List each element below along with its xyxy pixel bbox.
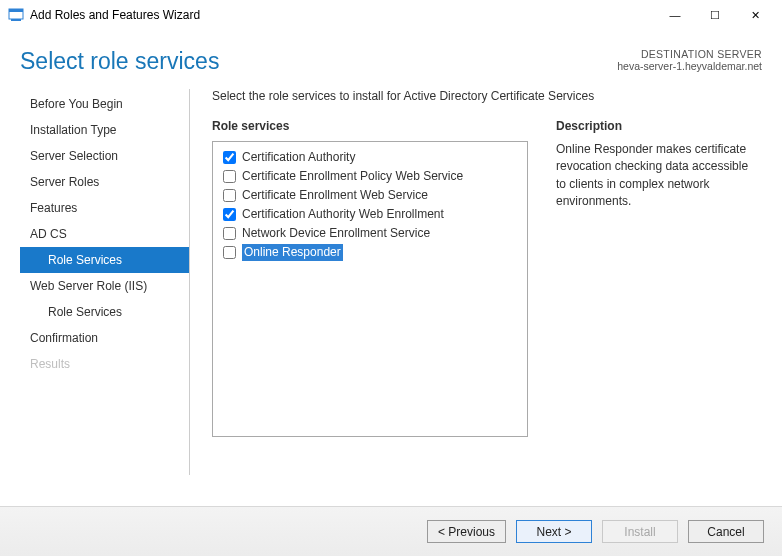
service-certification-authority[interactable]: Certification Authority	[217, 148, 523, 167]
page-title: Select role services	[20, 48, 219, 75]
description-column: Description Online Responder makes certi…	[556, 119, 762, 437]
service-network-device-enroll[interactable]: Network Device Enrollment Service	[217, 224, 523, 243]
body-row: Before You Begin Installation Type Serve…	[0, 75, 782, 475]
wizard-steps-sidebar: Before You Begin Installation Type Serve…	[20, 89, 190, 475]
install-button: Install	[602, 520, 678, 543]
service-checkbox[interactable]	[223, 227, 236, 240]
main-area: Select the role services to install for …	[190, 89, 762, 475]
service-checkbox[interactable]	[223, 208, 236, 221]
destination-label: DESTINATION SERVER	[617, 48, 762, 60]
service-cert-enroll-web[interactable]: Certificate Enrollment Web Service	[217, 186, 523, 205]
page-header: Select role services DESTINATION SERVER …	[0, 30, 782, 75]
svg-rect-1	[11, 19, 21, 21]
sidebar-item-before-you-begin[interactable]: Before You Begin	[20, 91, 189, 117]
description-text: Online Responder makes certificate revoc…	[556, 141, 754, 211]
app-icon	[8, 7, 24, 23]
service-label: Network Device Enrollment Service	[242, 225, 430, 242]
service-checkbox[interactable]	[223, 151, 236, 164]
window-controls: — ☐ ✕	[664, 9, 778, 22]
role-services-header: Role services	[212, 119, 528, 133]
window-title: Add Roles and Features Wizard	[30, 8, 200, 22]
maximize-button[interactable]: ☐	[704, 9, 726, 22]
sidebar-item-web-server-role[interactable]: Web Server Role (IIS)	[20, 273, 189, 299]
instruction-text: Select the role services to install for …	[212, 89, 762, 103]
sidebar-item-server-roles[interactable]: Server Roles	[20, 169, 189, 195]
wizard-body: Select role services DESTINATION SERVER …	[0, 30, 782, 475]
minimize-button[interactable]: —	[664, 9, 686, 22]
sidebar-item-results: Results	[20, 351, 189, 377]
service-label: Certificate Enrollment Policy Web Servic…	[242, 168, 463, 185]
destination-block: DESTINATION SERVER heva-server-1.heyvald…	[617, 48, 762, 72]
sidebar-item-ad-cs[interactable]: AD CS	[20, 221, 189, 247]
service-label: Online Responder	[242, 244, 343, 261]
destination-host: heva-server-1.heyvaldemar.net	[617, 60, 762, 72]
service-online-responder[interactable]: Online Responder	[217, 243, 523, 262]
columns: Role services Certification Authority Ce…	[212, 119, 762, 437]
service-label: Certificate Enrollment Web Service	[242, 187, 428, 204]
service-checkbox[interactable]	[223, 246, 236, 259]
service-ca-web-enrollment[interactable]: Certification Authority Web Enrollment	[217, 205, 523, 224]
service-checkbox[interactable]	[223, 189, 236, 202]
description-header: Description	[556, 119, 754, 133]
sidebar-item-installation-type[interactable]: Installation Type	[20, 117, 189, 143]
service-cert-enroll-policy-web[interactable]: Certificate Enrollment Policy Web Servic…	[217, 167, 523, 186]
sidebar-item-role-services-iis[interactable]: Role Services	[20, 299, 189, 325]
previous-button[interactable]: < Previous	[427, 520, 506, 543]
role-services-listbox[interactable]: Certification Authority Certificate Enro…	[212, 141, 528, 437]
role-services-column: Role services Certification Authority Ce…	[212, 119, 528, 437]
cancel-button[interactable]: Cancel	[688, 520, 764, 543]
sidebar-item-features[interactable]: Features	[20, 195, 189, 221]
close-button[interactable]: ✕	[744, 9, 766, 22]
sidebar-item-role-services-adcs[interactable]: Role Services	[20, 247, 189, 273]
service-checkbox[interactable]	[223, 170, 236, 183]
service-label: Certification Authority	[242, 149, 355, 166]
service-label: Certification Authority Web Enrollment	[242, 206, 444, 223]
button-bar: < Previous Next > Install Cancel	[0, 506, 782, 556]
title-bar: Add Roles and Features Wizard — ☐ ✕	[0, 0, 782, 30]
sidebar-item-server-selection[interactable]: Server Selection	[20, 143, 189, 169]
sidebar-item-confirmation[interactable]: Confirmation	[20, 325, 189, 351]
next-button[interactable]: Next >	[516, 520, 592, 543]
svg-rect-2	[9, 9, 23, 12]
